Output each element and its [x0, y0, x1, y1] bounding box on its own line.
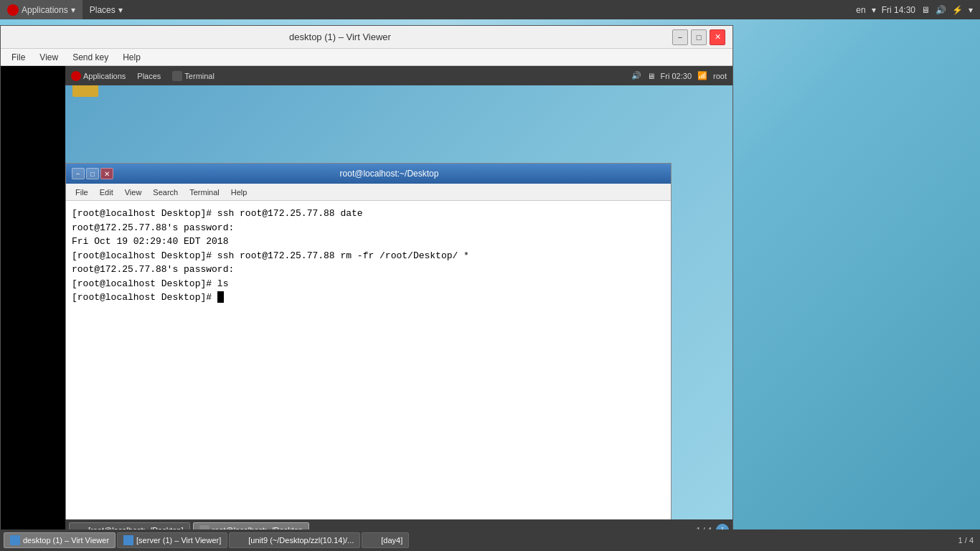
terminal-line-5: root@172.25.77.88's password: — [72, 263, 665, 277]
host-task-unit9[interactable]: [unit9 (~/Desktop/zzl(10.14)/... — [229, 532, 360, 548]
host-page-indicator: 1 / 4 — [958, 536, 974, 545]
virt-viewer-controls: − □ ✕ — [672, 29, 725, 45]
host-applications-label: Applications — [22, 5, 68, 15]
vm-app-icon — [71, 71, 81, 81]
host-task-virt1[interactable]: desktop (1) – Virt Viewer — [4, 532, 116, 548]
vm-display: Applications Places Terminal 🔊 🖥 Fri 02:… — [1, 66, 732, 541]
terminal-window-buttons: − □ ✕ — [72, 168, 113, 179]
terminal-minimize-button[interactable]: − — [72, 168, 85, 179]
host-task-virt2[interactable]: [server (1) – Virt Viewer] — [117, 532, 227, 548]
virt-viewer-menubar: File View Send key Help — [1, 49, 732, 66]
terminal-menu-terminal[interactable]: Terminal — [184, 187, 225, 198]
vm-topbar: Applications Places Terminal 🔊 🖥 Fri 02:… — [65, 66, 732, 85]
host-task-day4[interactable]: [day4] — [362, 532, 409, 548]
host-lang[interactable]: en — [856, 5, 865, 15]
terminal-menubar: File Edit View Search Terminal Help — [66, 184, 671, 201]
terminal-menu-view[interactable]: View — [119, 187, 148, 198]
virt-menu-file[interactable]: File — [4, 51, 32, 64]
host-applications-menu[interactable]: Applications ▾ — [0, 0, 83, 19]
host-task-label-3: [unit9 (~/Desktop/zzl(10.14)/... — [248, 536, 354, 545]
vm-time: Fri 02:30 — [661, 72, 692, 80]
vm-terminal-menu[interactable]: Terminal — [166, 66, 220, 85]
host-places-menu[interactable]: Places ▾ — [83, 0, 130, 19]
host-system-bar: Applications ▾ Places ▾ en ▾ Fri 14:30 🖥… — [0, 0, 980, 19]
terminal-menu-search[interactable]: Search — [147, 187, 184, 198]
terminal-menu-help[interactable]: Help — [225, 187, 253, 198]
terminal-menu-file[interactable]: File — [70, 187, 94, 198]
vm-terminal-icon — [172, 71, 182, 81]
host-taskbar-right: 1 / 4 — [958, 536, 976, 545]
vm-network-icon: 📶 — [697, 71, 707, 80]
virt-menu-view[interactable]: View — [32, 51, 65, 64]
host-time: Fri 14:30 — [882, 5, 915, 15]
host-battery-icon: ⚡ — [952, 5, 963, 15]
terminal-titlebar: − □ ✕ root@localhost:~/Desktop — [66, 164, 671, 184]
host-volume-icon[interactable]: 🔊 — [936, 5, 946, 15]
terminal-content[interactable]: [root@localhost Desktop]# ssh root@172.2… — [66, 201, 671, 541]
virt-viewer-title: desktop (1) – Virt Viewer — [8, 32, 672, 42]
vm-places-label: Places — [137, 72, 161, 80]
host-places-label: Places — [90, 5, 116, 15]
vm-left-sidebar — [1, 66, 65, 541]
terminal-close-button[interactable]: ✕ — [100, 168, 113, 179]
terminal-maximize-button[interactable]: □ — [86, 168, 99, 179]
virt-viewer-close-button[interactable]: ✕ — [710, 29, 725, 45]
virt-menu-sendkey[interactable]: Send key — [65, 51, 116, 64]
terminal-menu-edit[interactable]: Edit — [94, 187, 119, 198]
host-task-label-4: [day4] — [381, 536, 402, 545]
terminal-line-2: root@172.25.77.88's password: — [72, 221, 665, 235]
host-task-icon-2 — [123, 535, 133, 545]
vm-topbar-right: 🔊 🖥 Fri 02:30 📶 root — [631, 71, 732, 80]
vm-volume-icon[interactable]: 🔊 — [631, 71, 641, 80]
host-monitor-icon: 🖥 — [921, 5, 930, 15]
vm-places-menu[interactable]: Places — [131, 66, 166, 85]
host-task-icon-4 — [368, 535, 378, 545]
terminal-title: root@localhost:~/Desktop — [113, 169, 665, 179]
terminal-line-4: [root@localhost Desktop]# ssh root@172.2… — [72, 249, 665, 263]
host-app-icon — [7, 4, 19, 16]
vm-terminal-label: Terminal — [184, 72, 215, 80]
host-task-label-2: [server (1) – Virt Viewer] — [136, 536, 221, 545]
vm-user-label: root — [713, 72, 727, 80]
vm-topbar-left: Applications Places Terminal — [65, 66, 220, 85]
host-settings-arrow: ▾ — [969, 5, 973, 15]
vm-applications-menu[interactable]: Applications — [65, 66, 131, 85]
terminal-line-3: Fri Oct 19 02:29:40 EDT 2018 — [72, 235, 665, 249]
virt-menu-help[interactable]: Help — [116, 51, 148, 64]
terminal-line-6: [root@localhost Desktop]# ls — [72, 277, 665, 291]
host-task-icon-1 — [10, 535, 20, 545]
vm-monitor-icon: 🖥 — [647, 72, 655, 80]
virt-viewer-titlebar: desktop (1) – Virt Viewer − □ ✕ — [1, 26, 732, 49]
terminal-line-7: [root@localhost Desktop]# — [72, 291, 665, 305]
host-topbar-right: en ▾ Fri 14:30 🖥 🔊 ⚡ ▾ — [856, 5, 980, 15]
terminal-cursor — [217, 291, 224, 303]
virt-viewer-maximize-button[interactable]: □ — [691, 29, 707, 45]
vm-applications-label: Applications — [83, 72, 126, 80]
host-task-icon-3 — [235, 535, 245, 545]
host-lang-arrow: ▾ — [872, 5, 876, 15]
vm-terminal-window: − □ ✕ root@localhost:~/Desktop File Edit… — [65, 163, 672, 541]
host-applications-arrow: ▾ — [71, 5, 75, 15]
virt-viewer-window: desktop (1) – Virt Viewer − □ ✕ File Vie… — [0, 25, 733, 542]
host-taskbar: desktop (1) – Virt Viewer [server (1) – … — [0, 529, 980, 551]
host-places-arrow: ▾ — [118, 5, 123, 15]
virt-viewer-minimize-button[interactable]: − — [672, 29, 688, 45]
terminal-line-1: [root@localhost Desktop]# ssh root@172.2… — [72, 207, 665, 221]
host-task-label-1: desktop (1) – Virt Viewer — [23, 536, 109, 545]
host-topbar-left: Applications ▾ Places ▾ — [0, 0, 130, 19]
